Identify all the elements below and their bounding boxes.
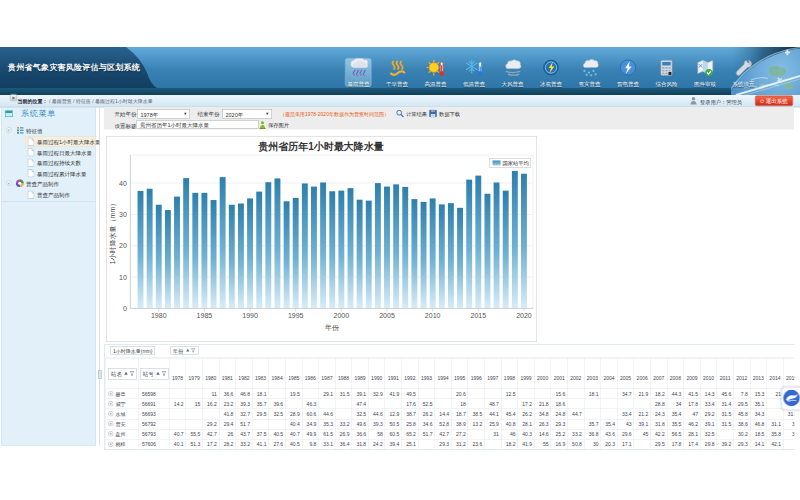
svg-text:1980: 1980 bbox=[151, 312, 167, 319]
svg-text:0: 0 bbox=[123, 305, 127, 312]
svg-text:10: 10 bbox=[119, 274, 127, 281]
svg-text:贵州省历年1小时最大降水量: 贵州省历年1小时最大降水量 bbox=[257, 141, 384, 152]
svg-text:国家站平均: 国家站平均 bbox=[503, 160, 529, 167]
svg-text:30: 30 bbox=[119, 211, 127, 218]
svg-text:40: 40 bbox=[119, 180, 127, 187]
svg-text:20: 20 bbox=[119, 242, 127, 249]
svg-text:2010: 2010 bbox=[425, 312, 441, 319]
svg-text:2020: 2020 bbox=[516, 312, 532, 319]
svg-text:2000: 2000 bbox=[334, 312, 350, 319]
svg-text:2015: 2015 bbox=[471, 312, 487, 319]
svg-text:年份: 年份 bbox=[325, 324, 340, 332]
svg-text:1小时降水量（mm）: 1小时降水量（mm） bbox=[109, 200, 117, 265]
svg-text:1995: 1995 bbox=[288, 312, 304, 319]
svg-text:1990: 1990 bbox=[242, 312, 258, 319]
svg-text:1985: 1985 bbox=[197, 312, 213, 319]
svg-text:2005: 2005 bbox=[379, 312, 395, 319]
